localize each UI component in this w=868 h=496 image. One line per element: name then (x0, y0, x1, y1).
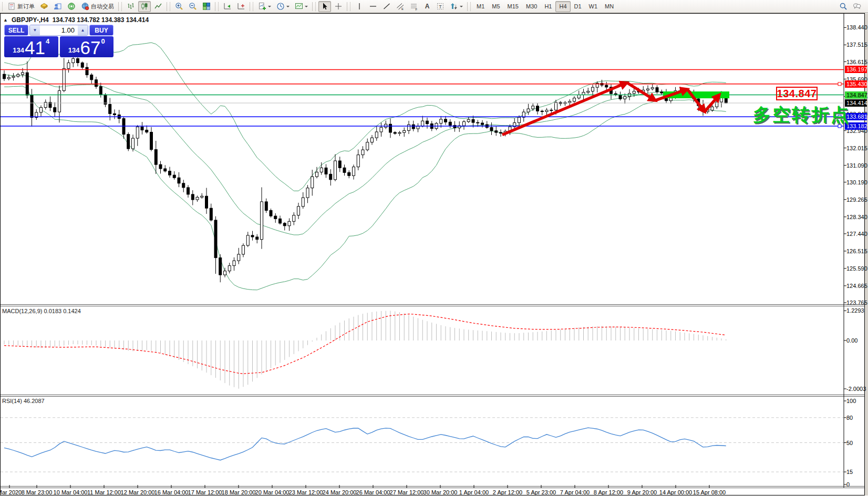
toolbar-grip (315, 2, 317, 11)
search-icon (839, 2, 848, 11)
timeframe-m15[interactable]: M15 (504, 1, 522, 12)
buy-price-display[interactable]: 134 67 0 (60, 36, 114, 57)
toolbar-grip (2, 2, 4, 11)
time-axis-label: 18 Mar 20:00 (222, 489, 256, 495)
auto-scroll-button[interactable] (221, 1, 234, 12)
market-watch-button[interactable] (38, 1, 50, 12)
auto-scroll-icon (223, 2, 232, 11)
ohlc-values: 134.743 134.782 134.383 134.414 (53, 16, 149, 24)
zoom-in-icon (175, 2, 183, 11)
toolbar-separator (215, 2, 215, 11)
search-button[interactable] (837, 1, 850, 12)
time-axis-label: 14 Apr 00:00 (659, 489, 692, 495)
chart-canvas[interactable] (0, 0, 868, 496)
zoom-in-button[interactable] (173, 1, 185, 12)
chart-shift-button[interactable] (235, 1, 247, 12)
collapse-toggle-icon[interactable]: ▲ (3, 17, 8, 23)
sell-button[interactable]: SELL (4, 25, 28, 36)
toolbar-grip (170, 2, 171, 11)
buy-price-big: 67 (80, 39, 101, 56)
sell-price-display[interactable]: 134 41 4 (4, 36, 58, 57)
strategy-tester-button[interactable] (51, 1, 64, 12)
horizontal-line-icon (369, 2, 377, 11)
fibonacci-icon: F (410, 2, 418, 11)
time-axis-label: 17 Mar 12:00 (188, 489, 222, 495)
time-axis-label: 2 Apr 12:00 (493, 489, 522, 495)
timeframe-m30[interactable]: M30 (522, 1, 541, 12)
channel-tool-button[interactable]: E (394, 1, 407, 12)
price-axis-label: 124.665 (846, 283, 867, 290)
svg-text:E: E (401, 7, 404, 11)
cursor-tool-button[interactable] (318, 1, 331, 12)
buy-button[interactable]: BUY (89, 25, 113, 36)
volume-stepper: ▼ ▲ (29, 25, 88, 36)
toolbar-grip (218, 2, 220, 11)
toolbar-separator (118, 2, 119, 11)
auto-trading-button[interactable]: 自动交易 (79, 1, 116, 12)
new-order-button[interactable]: 新订单 (5, 1, 37, 12)
trendline-tool-button[interactable] (380, 1, 393, 12)
line-chart-icon (154, 2, 162, 11)
price-axis-label: 137.515 (846, 42, 867, 48)
bar-chart-icon (127, 2, 135, 11)
price-axis-label: 126.515 (846, 248, 867, 255)
add-indicator-icon (258, 2, 266, 11)
time-axis-label: 5 Apr 23:00 (526, 489, 556, 495)
time-axis-label: 8 Mar 23:00 (22, 489, 53, 495)
chat-button[interactable] (851, 1, 863, 12)
chart-shift-icon (237, 2, 245, 11)
turning-point-note[interactable]: 多空转折点 (753, 103, 850, 127)
price-axis-label: 131.090 (846, 162, 867, 169)
periods-button[interactable] (274, 1, 292, 12)
broadcast-button[interactable] (65, 1, 78, 12)
shapes-tool-button[interactable] (448, 1, 465, 12)
timeframe-m1[interactable]: M1 (473, 1, 488, 12)
macd-axis-label: 0.00 (846, 337, 857, 344)
vertical-line-tool-button[interactable] (353, 1, 366, 12)
sell-price-prefix: 134 (13, 46, 24, 54)
svg-text:T: T (439, 4, 442, 9)
sell-price-big: 41 (25, 39, 45, 56)
timeframe-m5[interactable]: M5 (488, 1, 503, 12)
svg-text:F: F (416, 8, 418, 11)
timeframe-h4[interactable]: H4 (555, 1, 570, 12)
zoom-out-button[interactable] (187, 1, 199, 12)
label-tool-button[interactable]: T (434, 1, 447, 12)
timeframe-h1[interactable]: H1 (541, 1, 555, 12)
indicators-button[interactable] (256, 1, 273, 12)
timeframe-mn[interactable]: MN (601, 1, 617, 12)
toolbar-separator (167, 2, 167, 11)
candlestick-mode-button[interactable] (138, 1, 151, 12)
timeframe-d1[interactable]: D1 (571, 1, 585, 12)
timeframe-w1[interactable]: W1 (585, 1, 602, 12)
rsi-axis-label: 80 (846, 415, 853, 421)
volume-input[interactable] (40, 25, 78, 35)
text-tool-button[interactable]: A (421, 1, 433, 12)
fibonacci-tool-button[interactable]: F (408, 1, 420, 12)
toolbar-separator (347, 2, 347, 11)
zoom-out-icon (189, 2, 197, 11)
tile-windows-button[interactable] (200, 1, 213, 12)
line-chart-mode-button[interactable] (152, 1, 164, 12)
toolbar-separator (312, 2, 313, 11)
time-axis-label: 9 Apr 20:00 (627, 489, 657, 495)
shapes-caret-icon (460, 6, 463, 9)
horizontal-line-tool-button[interactable] (367, 1, 379, 12)
line-handle[interactable] (838, 82, 841, 86)
crosshair-tool-button[interactable] (332, 1, 345, 12)
time-axis-label: Mar 2020 (0, 489, 22, 495)
clock-icon (276, 2, 285, 11)
volume-decrease-button[interactable]: ▼ (30, 25, 40, 35)
crosshair-icon (334, 2, 343, 11)
price-axis-label: 125.590 (846, 265, 867, 272)
templates-button[interactable] (293, 1, 310, 12)
chat-bubbles-icon (853, 2, 861, 11)
auto-trading-globe-icon (81, 2, 89, 11)
time-axis-label: 11 Mar 12:00 (87, 489, 121, 495)
gold-book-icon (40, 2, 48, 11)
bar-chart-mode-button[interactable] (125, 1, 137, 12)
price-callout-box[interactable]: 134.847 (776, 87, 818, 100)
volume-increase-button[interactable]: ▲ (78, 25, 88, 35)
time-axis-label: 15 Apr 08:00 (693, 489, 726, 495)
text-a-icon: A (425, 3, 430, 10)
